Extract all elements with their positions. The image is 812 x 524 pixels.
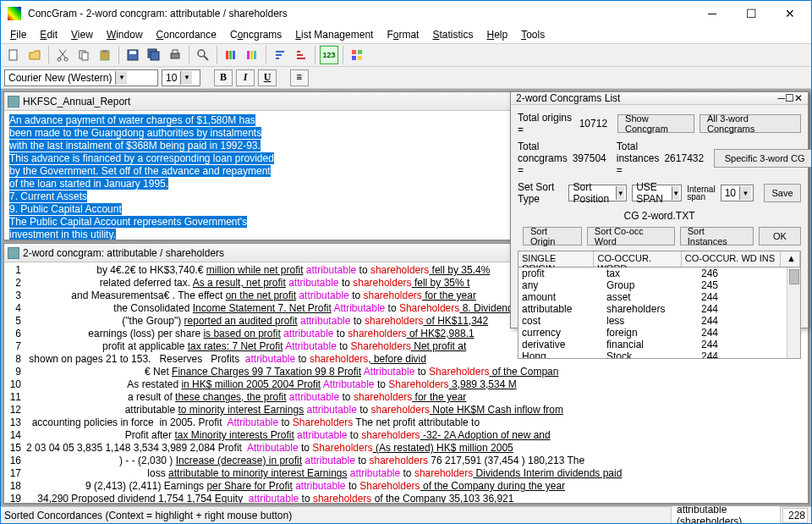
doc-icon	[8, 96, 19, 108]
conc-row[interactable]: 13 accounting policies in force in 2005.…	[6, 416, 806, 429]
list-item[interactable]: attributableshareholders244	[518, 303, 800, 315]
conc-row[interactable]: 12 attributable to minority interest Ear…	[6, 404, 806, 416]
cut-icon[interactable]	[53, 46, 72, 64]
font-combo[interactable]: Courier New (Western)▼	[4, 69, 158, 86]
svg-rect-12	[173, 50, 178, 53]
svg-rect-0	[9, 50, 17, 60]
colors1-icon[interactable]	[222, 46, 240, 64]
underline-button[interactable]: U	[258, 69, 277, 86]
open-icon[interactable]	[25, 46, 44, 64]
svg-rect-15	[226, 51, 228, 59]
panel-close-icon[interactable]: ✕	[794, 92, 803, 104]
svg-rect-21	[352, 50, 356, 54]
menu-statistics[interactable]: Statistics	[426, 27, 479, 42]
maximize-button[interactable]: ☐	[732, 1, 771, 26]
panel-titlebar[interactable]: 2-word Concgrams List ─ ☐ ✕	[511, 92, 808, 105]
conc-row[interactable]: 17 loss attributable to minority interes…	[6, 467, 806, 480]
svg-rect-17	[233, 51, 235, 59]
status-text: Sorted Concordances (Context = highlight…	[4, 510, 292, 521]
list-header[interactable]: SINGLE ORIGIN CO-OCCUR. WORD CO-OCCUR. W…	[518, 251, 801, 268]
bullet-button[interactable]: ≡	[290, 69, 309, 86]
menu-tools[interactable]: Tools	[515, 27, 551, 42]
menu-window[interactable]: Window	[101, 27, 149, 42]
conc-row[interactable]: 18 9 (2,413) (2,411) Earnings per Share …	[6, 480, 806, 493]
close-button[interactable]: ✕	[771, 1, 809, 26]
menu-file[interactable]: File	[4, 27, 32, 42]
svg-rect-10	[151, 52, 159, 60]
new-icon[interactable]	[4, 46, 23, 64]
grid-icon[interactable]	[348, 46, 366, 64]
list-item[interactable]: anyGroup245	[518, 279, 800, 291]
conc-row[interactable]: 14 Profit after tax Minority interests P…	[6, 429, 806, 442]
conc-row[interactable]: 19 34,290 Proposed dividend 1,754 1,754 …	[6, 493, 806, 503]
conc-row[interactable]: 16 ) - - (2,030 ) Increase (decrease) in…	[6, 455, 806, 467]
list-item[interactable]: HongStock244	[518, 350, 800, 359]
search-icon[interactable]	[194, 46, 212, 64]
sorttype-label: Set Sort Type	[518, 181, 563, 205]
conc-row[interactable]: 152 03 04 05 3,835 1,148 3,534 3,989 2,0…	[6, 442, 806, 455]
span-combo[interactable]: 10▼	[721, 185, 754, 201]
saveall-icon[interactable]	[145, 46, 163, 64]
svg-rect-19	[250, 51, 253, 59]
app-icon	[8, 7, 21, 20]
status-cell-2: 228	[782, 508, 808, 523]
specific-3word-button[interactable]: Specific 3-word CG	[714, 149, 811, 168]
list-item[interactable]: currencyforeign244	[518, 327, 800, 339]
show-concgram-button[interactable]: Show Concgram	[617, 114, 694, 133]
svg-rect-24	[358, 56, 362, 60]
sort-cooccword-button[interactable]: Sort Co-occ Word	[587, 227, 675, 245]
panel-max-icon[interactable]: ☐	[785, 92, 794, 104]
origins-value: 10712	[579, 118, 607, 130]
svg-rect-20	[254, 51, 256, 59]
copy-icon[interactable]	[74, 46, 93, 64]
paste-icon[interactable]	[96, 46, 114, 64]
conc-row[interactable]: 11 a result of these changes, the profit…	[6, 391, 806, 404]
save-button[interactable]: Save	[764, 184, 801, 202]
file-label: CG 2-word.TXT	[623, 210, 694, 222]
sort2-icon[interactable]	[292, 46, 310, 64]
menu-concordance[interactable]: Concordance	[151, 27, 222, 42]
svg-rect-11	[171, 53, 179, 58]
size-combo[interactable]: 10▼	[162, 69, 200, 86]
usespan-combo[interactable]: USE SPAN▼	[632, 185, 682, 201]
svg-rect-16	[229, 51, 232, 59]
colors2-icon[interactable]	[243, 46, 261, 64]
concgrams-value: 397504	[573, 152, 606, 164]
scrollbar[interactable]	[787, 268, 800, 358]
italic-button[interactable]: I	[236, 69, 255, 86]
menu-view[interactable]: View	[65, 27, 99, 42]
menu-edit[interactable]: Edit	[34, 27, 63, 42]
sort-origin-button[interactable]: Sort Origin	[523, 227, 582, 245]
list-item[interactable]: amountasset244	[518, 291, 800, 303]
panel-min-icon[interactable]: ─	[777, 92, 785, 104]
statusbar: Sorted Concordances (Context = highlight…	[1, 506, 811, 523]
instances-label: Total instances =	[617, 141, 660, 176]
conc-icon	[8, 247, 19, 259]
menubar: File Edit View Window Concordance Concgr…	[1, 26, 811, 43]
minimize-button[interactable]: ─	[693, 1, 732, 26]
menu-help[interactable]: Help	[480, 27, 513, 42]
svg-rect-23	[352, 56, 356, 60]
count-icon[interactable]: 123	[320, 46, 338, 64]
svg-rect-8	[129, 51, 136, 54]
conc-row[interactable]: 9 € Net Finance Charges 99 7 Taxation 99…	[6, 366, 806, 378]
conc-row[interactable]: 10 As restated in HK$ million 2005 2004 …	[6, 378, 806, 391]
menu-format[interactable]: Format	[381, 27, 425, 42]
list-item[interactable]: costless244	[518, 315, 800, 327]
sort1-icon[interactable]	[271, 46, 289, 64]
menu-concgrams[interactable]: Concgrams	[224, 27, 288, 42]
sortpos-combo[interactable]: Sort Position▼	[568, 185, 627, 201]
svg-line-14	[204, 56, 208, 60]
bold-button[interactable]: B	[214, 69, 233, 86]
concgrams-label: Total concgrams =	[518, 141, 568, 176]
workspace: HKFSC_Annual_Report ─ ☐ ✕ An advance pay…	[1, 89, 811, 506]
all-3word-button[interactable]: All 3-word Concgrams	[700, 114, 801, 133]
ok-button[interactable]: OK	[759, 227, 801, 245]
save-icon[interactable]	[123, 46, 142, 64]
menu-listmgmt[interactable]: List Management	[289, 27, 379, 42]
list-item[interactable]: profittax246	[518, 268, 800, 279]
list-item[interactable]: derivativefinancial244	[518, 339, 800, 350]
print-icon[interactable]	[166, 46, 184, 64]
sort-instances-button[interactable]: Sort Instances	[680, 227, 754, 245]
list-body[interactable]: profittax246anyGroup245amountasset244att…	[518, 268, 801, 359]
